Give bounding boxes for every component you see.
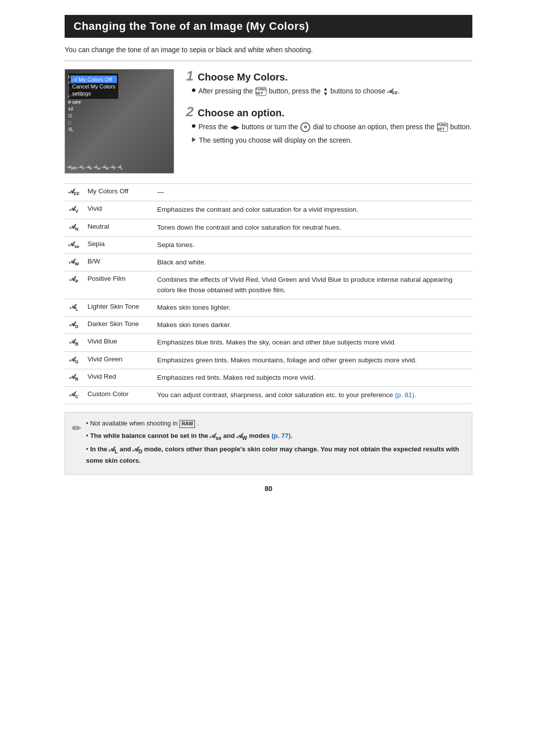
top-section: ISOAUTO ☆ 𝒜OFF▶ P OFF ±Z ⊡ □ 4L 𝒜 My Col… bbox=[65, 69, 472, 173]
table-description: Emphasizes the contrast and color satura… bbox=[153, 201, 472, 219]
note-box: ✏ • Not available when shooting in RAW .… bbox=[65, 412, 472, 474]
table-icon: 𝒜C bbox=[65, 387, 84, 404]
bullet-triangle-icon bbox=[192, 137, 196, 142]
icon4: P OFF bbox=[68, 100, 85, 105]
bullet-circle-icon bbox=[192, 88, 195, 92]
bottom-icon-p: 𝒜P bbox=[110, 165, 115, 170]
menu-item-settings: settings bbox=[72, 90, 115, 97]
note-2: • The white balance cannot be set in the… bbox=[86, 431, 465, 442]
icon6: ⊡ bbox=[68, 113, 85, 118]
step-1: 1 Choose My Colors. After pressing the F… bbox=[186, 69, 472, 97]
camera-screen: ISOAUTO ☆ 𝒜OFF▶ P OFF ±Z ⊡ □ 4L 𝒜 My Col… bbox=[65, 70, 174, 173]
table-name: My Colors Off bbox=[84, 184, 153, 201]
step-2-content: Press the ◀▶ buttons or turn the ✿ dial … bbox=[186, 122, 472, 146]
table-description: Makes skin tones lighter. bbox=[153, 299, 472, 316]
bottom-icon-off: 𝒜OFF bbox=[67, 165, 77, 170]
bottom-icon-se: 𝒜se bbox=[93, 165, 100, 170]
table-icon: 𝒜N bbox=[65, 219, 84, 236]
step-2-bullet-2: The setting you choose will display on t… bbox=[192, 135, 472, 146]
table-row: 𝒜FFMy Colors Off— bbox=[65, 184, 472, 201]
menu-label-settings: settings bbox=[72, 90, 91, 96]
menu-item-cancel: Cancel My Colors bbox=[72, 83, 115, 90]
options-table: 𝒜FFMy Colors Off—𝒜VVividEmphasizes the c… bbox=[65, 183, 472, 404]
bullet-circle-icon-2 bbox=[192, 124, 195, 128]
func-set-button-icon: FUNCSET bbox=[256, 87, 267, 96]
table-description: Emphasizes red tints. Makes red subjects… bbox=[153, 369, 472, 386]
table-row: 𝒜VVividEmphasizes the contrast and color… bbox=[65, 201, 472, 219]
icon5: ±Z bbox=[68, 106, 85, 111]
table-row: 𝒜GVivid GreenEmphasizes green tints. Mak… bbox=[65, 351, 472, 369]
step-2: 2 Choose an option. Press the ◀▶ buttons… bbox=[186, 105, 472, 146]
step-2-bullet-1: Press the ◀▶ buttons or turn the ✿ dial … bbox=[192, 122, 472, 132]
steps-section: 1 Choose My Colors. After pressing the F… bbox=[186, 69, 472, 173]
table-name: Vivid Red bbox=[84, 369, 153, 386]
table-icon: 𝒜V bbox=[65, 201, 84, 219]
note-content: • Not available when shooting in RAW . •… bbox=[86, 419, 465, 468]
section-divider bbox=[65, 61, 472, 61]
page-title: Changing the Tone of an Image (My Colors… bbox=[65, 15, 472, 38]
table-description: You can adjust contrast, sharpness, and … bbox=[153, 387, 472, 404]
table-icon: 𝒜FF bbox=[65, 184, 84, 201]
table-name: Positive Film bbox=[84, 271, 153, 299]
intro-text: You can change the tone of an image to s… bbox=[65, 46, 472, 54]
step-2-number: 2 bbox=[186, 105, 194, 119]
step-1-title: Choose My Colors. bbox=[198, 72, 288, 83]
bottom-icon-n: 𝒜N bbox=[86, 165, 92, 170]
table-name: Lighter Skin Tone bbox=[84, 299, 153, 316]
step-2-text-1: Press the ◀▶ buttons or turn the ✿ dial … bbox=[198, 122, 471, 132]
table-description: Combines the effects of Vivid Red, Vivid… bbox=[153, 271, 472, 299]
table-description: Tones down the contrast and color satura… bbox=[153, 219, 472, 236]
menu-overlay: 𝒜 My Colors Off Cancel My Colors setting… bbox=[69, 74, 118, 99]
note-pencil-icon: ✏ bbox=[72, 420, 81, 468]
menu-label-cancel: Cancel My Colors bbox=[72, 84, 115, 89]
table-row: 𝒜LLighter Skin ToneMakes skin tones ligh… bbox=[65, 299, 472, 316]
table-name: Vivid bbox=[84, 201, 153, 219]
icon8: 4L bbox=[68, 127, 85, 132]
step-2-text-2: The setting you choose will display on t… bbox=[199, 135, 352, 146]
mycolors-off-icon: 𝒜FF bbox=[387, 86, 398, 97]
table-row: 𝒜CCustom ColorYou can adjust contrast, s… bbox=[65, 387, 472, 404]
step-1-content: After pressing the FUNCSET button, press… bbox=[186, 86, 472, 97]
camera-image: ISOAUTO ☆ 𝒜OFF▶ P OFF ±Z ⊡ □ 4L 𝒜 My Col… bbox=[65, 69, 174, 173]
table-name: Neutral bbox=[84, 219, 153, 236]
table-name: Vivid Blue bbox=[84, 334, 153, 351]
table-description: Makes skin tones darker. bbox=[153, 317, 472, 334]
dial-icon: ✿ bbox=[300, 122, 310, 132]
table-icon: 𝒜se bbox=[65, 236, 84, 253]
step-1-number: 1 bbox=[186, 69, 194, 83]
note-1: • Not available when shooting in RAW . bbox=[86, 419, 465, 429]
table-description: Black and white. bbox=[153, 254, 472, 271]
icon7: □ bbox=[68, 120, 85, 125]
menu-label-off: My Colors Off bbox=[79, 77, 112, 83]
note-3: • In the 𝒜L and 𝒜D mode, colors other th… bbox=[86, 444, 465, 466]
bottom-icon-w: 𝒜W bbox=[102, 165, 108, 170]
step-1-bullet-1: After pressing the FUNCSET button, press… bbox=[192, 86, 472, 97]
step-2-header: 2 Choose an option. bbox=[186, 105, 472, 119]
raw-badge: RAW bbox=[179, 420, 195, 428]
leftright-arrows-icon: ◀▶ bbox=[230, 123, 239, 132]
table-row: 𝒜NNeutralTones down the contrast and col… bbox=[65, 219, 472, 236]
table-row: 𝒜DDarker Skin ToneMakes skin tones darke… bbox=[65, 317, 472, 334]
table-description: Emphasizes blue tints. Makes the sky, oc… bbox=[153, 334, 472, 351]
updown-arrows-icon: ▲▼ bbox=[323, 86, 328, 96]
table-row: 𝒜RVivid RedEmphasizes red tints. Makes r… bbox=[65, 369, 472, 386]
icons-row: 𝒜OFF 𝒜V 𝒜N 𝒜se 𝒜W 𝒜P 𝒜L bbox=[67, 165, 172, 170]
table-name: Sepia bbox=[84, 236, 153, 253]
func-set-button-icon-2: FUNCSET bbox=[437, 123, 448, 132]
step-1-header: 1 Choose My Colors. bbox=[186, 69, 472, 83]
menu-icon-off: 𝒜 bbox=[72, 76, 77, 83]
table-icon: 𝒜B bbox=[65, 334, 84, 351]
table-description: Sepia tones. bbox=[153, 236, 472, 253]
step-1-text: After pressing the FUNCSET button, press… bbox=[198, 86, 400, 97]
table-icon: 𝒜R bbox=[65, 369, 84, 386]
table-icon: 𝒜P bbox=[65, 271, 84, 299]
table-name: B/W bbox=[84, 254, 153, 271]
table-icon: 𝒜D bbox=[65, 317, 84, 334]
table-name: Darker Skin Tone bbox=[84, 317, 153, 334]
table-description: Emphasizes green tints. Makes mountains,… bbox=[153, 351, 472, 369]
table-icon: 𝒜L bbox=[65, 299, 84, 316]
menu-item-off: 𝒜 My Colors Off bbox=[71, 76, 117, 83]
table-row: 𝒜BVivid BlueEmphasizes blue tints. Makes… bbox=[65, 334, 472, 351]
page-number: 80 bbox=[65, 485, 472, 493]
table-row: 𝒜seSepiaSepia tones. bbox=[65, 236, 472, 253]
